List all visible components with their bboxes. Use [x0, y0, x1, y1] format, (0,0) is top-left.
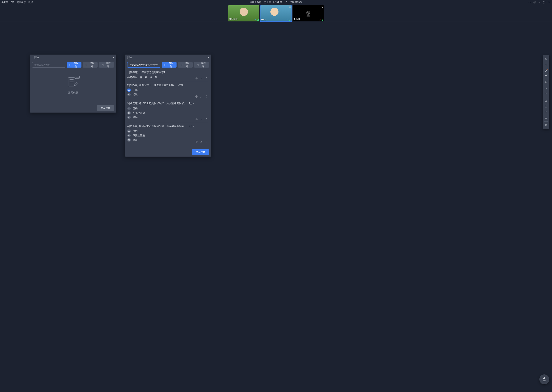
delete-question-icon[interactable] [205, 95, 208, 98]
add-true-false-button[interactable]: 判断题 [162, 62, 176, 68]
signal-icon [290, 19, 291, 21]
svg-point-20 [78, 77, 79, 77]
svg-point-6 [308, 12, 309, 14]
chip-label: 简答题 [105, 62, 112, 68]
question-title: 3 [单选题] 施华洛世奇是反华品牌，所以梁鼎琪反华。（2分） [127, 102, 208, 105]
text-tool-icon[interactable] [543, 73, 549, 79]
mic-muted-icon [319, 19, 321, 21]
network-status-label: 网络状态：良好 [17, 1, 33, 4]
scissors-tool-icon[interactable] [543, 79, 549, 85]
svg-point-27 [545, 83, 546, 83]
close-window-icon[interactable] [548, 1, 551, 4]
class-title: 神秘大自然 [250, 1, 261, 4]
question-actions [195, 77, 208, 80]
user-icon[interactable] [543, 109, 549, 115]
quiz-name-input[interactable] [127, 62, 160, 68]
move-question-icon[interactable] [195, 118, 198, 121]
close-icon[interactable]: ✕ [289, 6, 291, 9]
video-tile-row: 叮当老师✕Nina ✕王小明 [0, 5, 552, 22]
panel-close-icon[interactable]: ✕ [207, 56, 210, 59]
delete-question-icon[interactable] [205, 118, 208, 121]
settings-icon[interactable] [533, 1, 536, 4]
option-row: A 正确 [127, 107, 208, 110]
video-status-icons [319, 19, 323, 21]
svg-point-26 [545, 81, 546, 82]
svg-rect-21 [164, 64, 166, 66]
edit-question-icon[interactable] [200, 95, 203, 98]
option-text: 错误 [133, 116, 138, 119]
edit-question-icon[interactable] [200, 118, 203, 121]
option-row: A 是的 [127, 129, 208, 133]
minimize-icon[interactable] [538, 1, 541, 4]
option-text: 错误 [133, 138, 138, 142]
svg-point-22 [181, 64, 182, 66]
chip-label: 简答题 [200, 62, 207, 68]
pointer-tool-icon[interactable] [543, 56, 549, 62]
close-icon[interactable]: ✕ [321, 6, 323, 9]
move-tool-icon[interactable] [543, 62, 549, 68]
add-choice-button[interactable]: 选择题 [83, 62, 98, 68]
elapsed-time: 已上课：02:34:09 [264, 1, 282, 4]
video-tile[interactable]: 叮当老师 [228, 5, 259, 21]
video-tile[interactable]: ✕Nina [261, 5, 291, 21]
chat-icon[interactable] [543, 115, 549, 121]
raise-hand-button[interactable]: 0/2 [539, 374, 549, 384]
option-row: B 不完全正确 [127, 111, 208, 115]
toolbar-separator [544, 97, 548, 97]
camera-toggle-icon[interactable] [528, 1, 531, 4]
option-badge: B [127, 111, 131, 115]
eraser-tool-icon[interactable] [543, 85, 549, 91]
panel-title: 测验 [34, 56, 39, 59]
chip-label: 选择题 [88, 62, 95, 68]
option-badge: A [127, 88, 131, 92]
pen-tool-icon[interactable] [543, 68, 549, 73]
option-badge: C [127, 138, 131, 142]
option-badge: B [127, 93, 131, 96]
option-badge: B [127, 134, 131, 137]
mic-icon [287, 19, 289, 21]
svg-line-7 [320, 19, 321, 21]
question-actions [195, 118, 208, 121]
panel-back-icon[interactable]: ‹ [32, 56, 33, 59]
panel-close-icon[interactable]: ✕ [112, 56, 115, 59]
svg-point-1 [534, 2, 535, 3]
video-tile[interactable]: ✕王小明 [293, 5, 324, 21]
svg-point-9 [86, 64, 87, 66]
add-short-answer-button[interactable]: 简答题 [99, 62, 114, 68]
move-question-icon[interactable] [195, 140, 198, 143]
save-quiz-button[interactable]: 保存试卷 [192, 149, 209, 155]
toolbox-icon[interactable] [543, 104, 549, 109]
participant-name: 叮当老师 [229, 18, 238, 21]
raise-hand-count: 0/2 [543, 380, 546, 382]
edit-question-icon[interactable] [200, 140, 203, 143]
option-row: A 正确 [127, 88, 208, 92]
question-item: 2 [判断题] 我国宪法上一次更新是在2020年。（2分） A 正确 B 错误 [127, 82, 208, 100]
move-question-icon[interactable] [195, 77, 198, 80]
save-quiz-button[interactable]: 保存试卷 [97, 105, 114, 111]
option-text: 正确 [133, 107, 138, 110]
color-dot-icon[interactable] [543, 91, 549, 97]
quiz-name-input[interactable] [32, 62, 65, 68]
add-true-false-button[interactable]: 判断题 [67, 62, 81, 68]
top-status-bar: 丢包率：0% 网络状态：良好 神秘大自然 已上课：02:34:09 ID：202… [0, 0, 552, 5]
delete-question-icon[interactable] [205, 77, 208, 80]
svg-rect-0 [529, 2, 530, 3]
quiz-panel-empty: ‹ 测验 ✕ 判断题 选择题 简答题 [30, 55, 116, 112]
mic-icon [255, 19, 257, 21]
fullscreen-icon[interactable] [543, 1, 546, 4]
option-badge: A [127, 107, 131, 110]
question-title: 1 [简答题] 一年四季分别是哪四季? [127, 71, 208, 74]
delete-question-icon[interactable] [205, 140, 208, 143]
empty-illustration-icon [65, 75, 80, 88]
folder-icon[interactable] [543, 98, 549, 104]
bell-icon[interactable] [543, 122, 549, 128]
question-actions [195, 140, 208, 143]
participant-name: 王小明 [293, 18, 300, 21]
add-choice-button[interactable]: 选择题 [178, 62, 193, 68]
question-list: 1 [简答题] 一年四季分别是哪四季?参考答案：春、夏、秋、冬 2 [判断题] … [127, 69, 209, 146]
option-badge: A [127, 129, 131, 133]
move-question-icon[interactable] [195, 95, 198, 98]
chip-label: 选择题 [184, 62, 190, 68]
add-short-answer-button[interactable]: 简答题 [194, 62, 209, 68]
edit-question-icon[interactable] [200, 77, 203, 80]
